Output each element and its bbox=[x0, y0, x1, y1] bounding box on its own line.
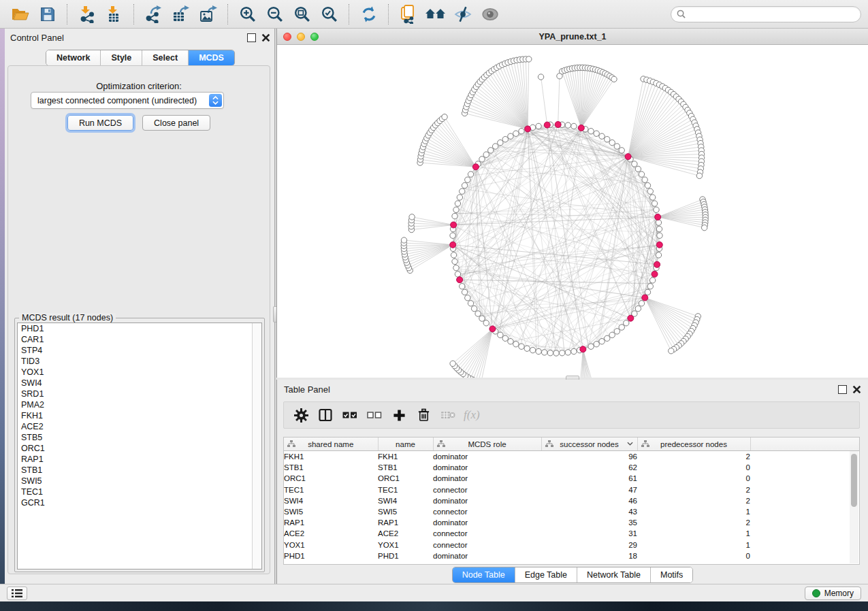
mcds-result-item[interactable]: FKH1 bbox=[18, 410, 261, 421]
mcds-result-item[interactable]: RAP1 bbox=[18, 454, 261, 465]
zoom-fit-button[interactable] bbox=[291, 3, 314, 25]
memory-label: Memory bbox=[824, 589, 854, 598]
table-cell: 43 bbox=[541, 506, 637, 517]
table-cell: RAP1 bbox=[378, 517, 433, 528]
table-tabs-bar: Node TableEdge TableNetwork TableMotifs bbox=[277, 567, 868, 583]
export-network-button[interactable] bbox=[142, 3, 165, 25]
column-header-name[interactable]: name bbox=[378, 437, 433, 451]
control-panel-title: Control Panel bbox=[10, 33, 64, 43]
mcds-result-item[interactable]: STB5 bbox=[18, 432, 261, 443]
show-all-button[interactable] bbox=[479, 3, 502, 25]
float-panel-icon[interactable] bbox=[247, 33, 256, 42]
mcds-result-item[interactable]: PMA2 bbox=[18, 399, 261, 410]
tab-mcds[interactable]: MCDS bbox=[189, 50, 234, 65]
table-cell: connector bbox=[433, 528, 541, 539]
table-cell: STB1 bbox=[378, 462, 433, 473]
create-column-button[interactable] bbox=[389, 405, 409, 425]
tab-network-table[interactable]: Network Table bbox=[577, 567, 651, 582]
optimization-criterion-select[interactable]: largest connected component (undirected) bbox=[31, 92, 224, 109]
hide-selection-button[interactable] bbox=[451, 3, 475, 25]
table-cell: 47 bbox=[541, 484, 637, 495]
delete-table-button-disabled[interactable] bbox=[438, 405, 458, 425]
table-row[interactable]: YOX1YOX1connector291 bbox=[284, 540, 859, 550]
close-panel-icon[interactable] bbox=[261, 33, 270, 42]
mcds-result-item[interactable]: SWI5 bbox=[18, 476, 261, 486]
mcds-result-item[interactable]: SWI4 bbox=[18, 378, 261, 389]
minimize-window-icon[interactable] bbox=[297, 33, 305, 41]
mcds-result-item[interactable]: ORC1 bbox=[18, 443, 261, 454]
delete-column-button[interactable] bbox=[413, 405, 434, 425]
table-cell: 0 bbox=[637, 462, 750, 473]
column-header-predecessor-nodes[interactable]: predecessor nodes bbox=[637, 437, 750, 451]
import-table-button[interactable] bbox=[103, 3, 126, 25]
delete-table-icon bbox=[440, 410, 455, 420]
search-area bbox=[671, 6, 861, 22]
refresh-view-button[interactable] bbox=[357, 3, 381, 25]
mcds-result-item[interactable]: TEC1 bbox=[18, 486, 261, 497]
mcds-result-item[interactable]: GCR1 bbox=[18, 497, 261, 508]
export-image-button[interactable] bbox=[197, 3, 220, 25]
table-scrollbar[interactable] bbox=[850, 451, 858, 563]
table-cell: 62 bbox=[541, 462, 637, 473]
column-header-shared-name[interactable]: shared name bbox=[284, 437, 378, 451]
mcds-result-item[interactable]: ACE2 bbox=[18, 421, 261, 432]
mcds-result-item[interactable]: YOX1 bbox=[18, 367, 261, 378]
table-row[interactable]: RAP1RAP1dominator352 bbox=[284, 517, 859, 528]
mcds-result-item[interactable]: STB1 bbox=[18, 465, 261, 476]
table-row[interactable]: STB1STB1dominator620 bbox=[284, 462, 859, 473]
network-window-titlebar[interactable]: YPA_prune.txt_1 bbox=[277, 29, 868, 45]
open-file-button[interactable] bbox=[9, 3, 32, 25]
close-table-panel-icon[interactable] bbox=[852, 385, 861, 394]
select-all-columns-button[interactable] bbox=[340, 405, 360, 425]
zoom-out-icon bbox=[267, 6, 283, 22]
column-header-successor-nodes[interactable]: successor nodes bbox=[541, 437, 637, 451]
network-graph[interactable] bbox=[277, 45, 867, 378]
tab-select[interactable]: Select bbox=[142, 50, 189, 65]
float-table-panel-icon[interactable] bbox=[838, 385, 847, 394]
toolbar-separator bbox=[388, 4, 389, 24]
function-builder-icon[interactable]: f(x) bbox=[464, 408, 480, 422]
tab-motifs[interactable]: Motifs bbox=[651, 567, 692, 582]
table-row[interactable]: TEC1TEC1connector472 bbox=[284, 484, 859, 495]
mcds-result-item[interactable]: TID3 bbox=[18, 356, 261, 367]
table-scrollbar-thumb[interactable] bbox=[851, 454, 857, 507]
save-session-button[interactable] bbox=[36, 3, 59, 25]
mcds-result-item[interactable]: STP4 bbox=[18, 345, 261, 356]
zoom-selected-button[interactable] bbox=[318, 3, 341, 25]
mcds-list-scrollbar[interactable] bbox=[252, 323, 261, 569]
network-canvas[interactable] bbox=[277, 45, 868, 378]
run-mcds-button[interactable]: Run MCDS bbox=[67, 115, 133, 131]
mcds-result-item[interactable]: PHD1 bbox=[18, 323, 261, 334]
zoom-in-button[interactable] bbox=[236, 3, 259, 25]
mcds-result-item[interactable]: SRD1 bbox=[18, 389, 261, 399]
column-header-MCDS-role[interactable]: MCDS role bbox=[433, 437, 541, 451]
unselect-all-columns-button[interactable] bbox=[364, 405, 385, 425]
first-neighbors-button[interactable] bbox=[424, 3, 447, 25]
new-network-from-selection-button[interactable] bbox=[397, 3, 420, 25]
export-table-button[interactable] bbox=[170, 3, 193, 25]
table-cell: PHD1 bbox=[378, 550, 433, 561]
close-panel-button[interactable]: Close panel bbox=[142, 115, 210, 131]
close-window-icon[interactable] bbox=[283, 33, 291, 41]
tab-node-table[interactable]: Node Table bbox=[453, 567, 515, 582]
table-row[interactable]: SWI5SWI5connector431 bbox=[284, 506, 859, 517]
memory-button[interactable]: Memory bbox=[805, 587, 861, 600]
list-icon bbox=[12, 589, 22, 597]
tab-edge-table[interactable]: Edge Table bbox=[515, 567, 577, 582]
table-row[interactable]: ACE2ACE2connector311 bbox=[284, 528, 859, 539]
import-network-button[interactable] bbox=[76, 3, 99, 25]
zoom-window-icon[interactable] bbox=[310, 33, 319, 41]
table-row[interactable]: FKH1FKH1dominator962 bbox=[284, 451, 859, 463]
table-row[interactable]: SWI4SWI4dominator462 bbox=[284, 495, 859, 506]
task-history-button[interactable] bbox=[7, 587, 27, 600]
show-column-button[interactable] bbox=[315, 405, 336, 425]
table-row[interactable]: ORC1ORC1dominator610 bbox=[284, 473, 859, 484]
mcds-result-item[interactable]: CAR1 bbox=[18, 334, 261, 345]
table-settings-button[interactable] bbox=[291, 405, 311, 425]
eye-icon bbox=[481, 6, 499, 22]
tab-style[interactable]: Style bbox=[101, 50, 142, 65]
zoom-out-button[interactable] bbox=[263, 3, 287, 25]
tab-network[interactable]: Network bbox=[46, 50, 101, 65]
search-input[interactable] bbox=[689, 9, 855, 20]
table-row[interactable]: PHD1PHD1dominator180 bbox=[284, 550, 859, 561]
